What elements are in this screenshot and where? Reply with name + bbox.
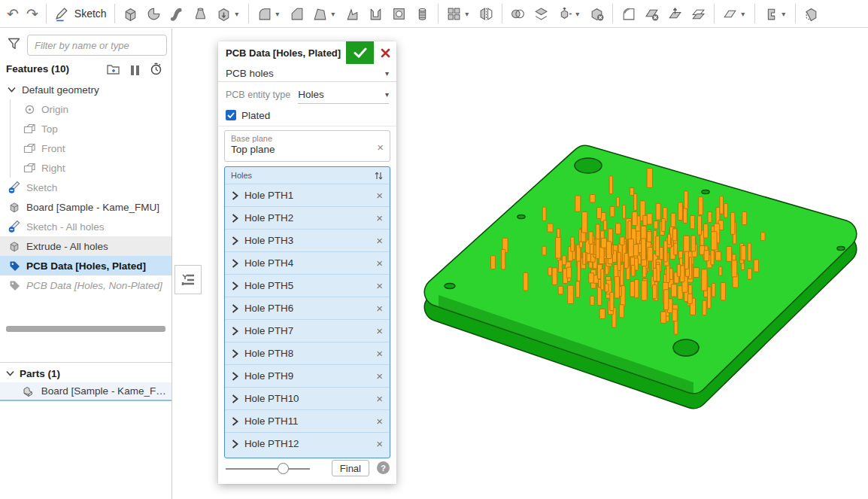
redo-button[interactable]: ↷: [23, 2, 42, 26]
fillet-button[interactable]: ▾: [253, 2, 285, 26]
shell-button[interactable]: [364, 2, 387, 26]
remove-hole-icon[interactable]: ×: [376, 235, 383, 246]
hole-list-item[interactable]: Hole PTH5×: [225, 274, 390, 297]
feature-item-pcb-data-holes-plated-[interactable]: PCB Data [Holes, Plated]: [0, 256, 171, 275]
loft-button[interactable]: [189, 2, 212, 26]
enclose-button[interactable]: [800, 2, 823, 26]
feature-item-front[interactable]: Front: [0, 138, 171, 158]
clear-base-plane-icon[interactable]: ×: [377, 141, 384, 153]
offset-surface-button[interactable]: [687, 2, 710, 26]
feature-item-top[interactable]: Top: [0, 119, 171, 138]
remove-hole-icon[interactable]: ×: [376, 303, 383, 314]
pcb-entity-type-dropdown[interactable]: Holes ▾: [298, 86, 389, 104]
cancel-button[interactable]: [374, 41, 396, 64]
sheet-metal-button[interactable]: ▾: [759, 2, 791, 26]
feature-item-right[interactable]: Right: [0, 158, 171, 178]
thicken-button[interactable]: ▾: [212, 2, 244, 26]
remove-hole-icon[interactable]: ×: [376, 190, 383, 201]
filter-input[interactable]: [27, 35, 167, 56]
modify-fillet-button[interactable]: [617, 2, 640, 26]
hole-list-item[interactable]: Hole PTH6×: [225, 297, 390, 319]
hole-list-item[interactable]: Hole PTH11×: [225, 409, 390, 432]
chevron-right-icon[interactable]: [232, 417, 238, 426]
plated-checkbox[interactable]: [226, 110, 236, 120]
hole-list-item[interactable]: Hole PTH3×: [225, 229, 390, 251]
split-button[interactable]: [530, 2, 553, 26]
remove-hole-icon[interactable]: ×: [376, 257, 383, 269]
remove-hole-icon[interactable]: ×: [376, 348, 383, 359]
feature-item-origin[interactable]: Origin: [0, 99, 171, 119]
dialog-header[interactable]: PCB Data [Holes, Plated]: [218, 41, 396, 64]
remove-hole-icon[interactable]: ×: [376, 212, 383, 224]
feature-item-board-sample-kame-fmu-[interactable]: Board [Sample - Kame_FMU]: [0, 197, 171, 217]
pcb-holes-dropdown[interactable]: PCB holes ▾: [218, 65, 396, 82]
filter-icon[interactable]: [8, 38, 20, 53]
sort-icon[interactable]: [374, 171, 384, 181]
hole-list-item[interactable]: Hole PTH1×: [225, 184, 390, 206]
feature-item-extrude-all-holes[interactable]: Extrude - All holes: [0, 236, 171, 256]
plane-button[interactable]: ▾: [718, 2, 751, 26]
feature-list-flyout-button[interactable]: [175, 265, 202, 294]
revolve-button[interactable]: [142, 2, 165, 26]
rib-button[interactable]: [341, 2, 364, 26]
chevron-right-icon[interactable]: [232, 236, 238, 245]
new-folder-icon[interactable]: [107, 63, 120, 78]
hole-list-item[interactable]: Hole PTH2×: [225, 206, 390, 229]
extrude-button[interactable]: [119, 2, 142, 26]
plated-checkbox-row[interactable]: Plated: [226, 108, 270, 123]
hole-list-item[interactable]: Hole PTH9×: [225, 364, 390, 387]
parts-header[interactable]: Parts (1): [0, 364, 171, 382]
preview-slider-handle[interactable]: [278, 463, 289, 474]
delete-part-button[interactable]: [585, 2, 609, 26]
chevron-right-icon[interactable]: [232, 327, 238, 336]
pcb-board-3d-model[interactable]: [402, 128, 868, 452]
chevron-right-icon[interactable]: [232, 214, 238, 223]
draft-button[interactable]: ▾: [308, 2, 341, 26]
sketch-button[interactable]: Sketch: [50, 2, 111, 26]
help-icon[interactable]: ?: [377, 461, 390, 474]
chevron-right-icon[interactable]: [232, 440, 238, 449]
transform-button[interactable]: ▾: [553, 2, 585, 26]
chevron-right-icon[interactable]: [232, 372, 238, 381]
remove-hole-icon[interactable]: ×: [376, 325, 383, 336]
feature-label: Board [Sample - Kame_FMU]: [26, 202, 159, 213]
delete-face-button[interactable]: [640, 2, 663, 26]
chevron-right-icon[interactable]: [232, 191, 238, 200]
final-button[interactable]: Final: [332, 460, 369, 476]
feature-item-sketch-all-holes[interactable]: Sketch - All holes: [0, 217, 171, 236]
remove-hole-icon[interactable]: ×: [376, 415, 383, 427]
part-item-board[interactable]: Board [Sample - Kame_FM...: [0, 382, 171, 401]
rollback-bar[interactable]: [6, 326, 165, 332]
hole-button[interactable]: [387, 2, 411, 26]
boolean-button[interactable]: [506, 2, 530, 26]
remove-hole-icon[interactable]: ×: [376, 438, 383, 449]
base-plane-selector[interactable]: Base plane Top plane ×: [224, 130, 390, 162]
hole-list-item[interactable]: Hole PTH8×: [225, 342, 390, 364]
suspend-rebuild-icon[interactable]: [131, 65, 139, 75]
chevron-right-icon[interactable]: [232, 259, 238, 268]
remove-hole-icon[interactable]: ×: [376, 370, 383, 382]
hole-list-item[interactable]: Hole PTH7×: [225, 319, 390, 342]
hole-list-item[interactable]: Hole PTH4×: [225, 251, 390, 274]
tree-group-default-geometry[interactable]: Default geometry: [0, 80, 171, 99]
sweep-button[interactable]: [165, 2, 189, 26]
chamfer-button[interactable]: [285, 2, 308, 26]
chevron-right-icon[interactable]: [232, 304, 238, 313]
remove-hole-icon[interactable]: ×: [376, 280, 383, 291]
chevron-right-icon[interactable]: [232, 349, 238, 358]
move-face-button[interactable]: [663, 2, 687, 26]
feature-item-sketch[interactable]: Sketch: [0, 178, 171, 197]
preview-slider[interactable]: [226, 468, 310, 470]
mirror-button[interactable]: [475, 2, 498, 26]
remove-hole-icon[interactable]: ×: [376, 393, 383, 404]
hole-list-item[interactable]: Hole PTH12×: [225, 432, 390, 455]
rebuild-time-icon[interactable]: [150, 62, 162, 78]
thread-button[interactable]: [411, 2, 434, 26]
hole-list-item[interactable]: Hole PTH10×: [225, 387, 390, 409]
commit-button[interactable]: [346, 41, 374, 64]
feature-item-pcb-data-holes-non-plated-[interactable]: PCB Data [Holes, Non-Plated]: [0, 275, 171, 295]
linear-pattern-button[interactable]: ▾: [442, 2, 475, 26]
chevron-right-icon[interactable]: [232, 281, 238, 291]
undo-button[interactable]: ↶: [3, 2, 23, 26]
chevron-right-icon[interactable]: [232, 394, 238, 403]
